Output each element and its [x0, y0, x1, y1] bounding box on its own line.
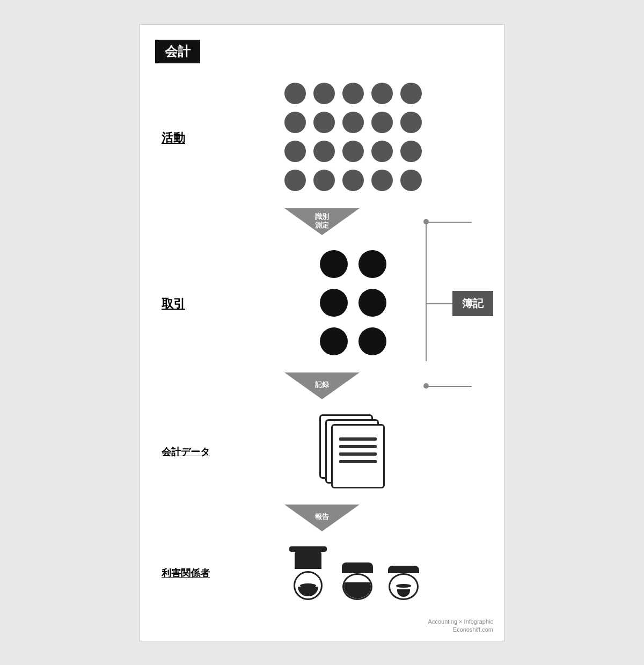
- hat-head: [289, 546, 327, 569]
- dot: [371, 170, 393, 191]
- page-wrapper: 会計 活動: [0, 0, 644, 665]
- dot-small: [358, 289, 386, 317]
- person2-icon: [342, 562, 373, 600]
- person1-icon: [289, 546, 327, 600]
- persons-row: [289, 546, 419, 600]
- arrow1-label: 識別測定: [315, 213, 329, 231]
- dot-small: [320, 289, 348, 317]
- connector-dot2: [423, 383, 429, 389]
- dot: [371, 112, 393, 133]
- dot-small: [320, 250, 348, 278]
- doc-lines: [339, 437, 377, 463]
- documents-icon: [319, 414, 389, 489]
- dot-small: [358, 250, 386, 278]
- bracket-line-top: [426, 222, 472, 223]
- dot: [371, 83, 393, 104]
- stakeholders-content: [226, 546, 482, 600]
- transaction-section-row: 取引 簿記: [140, 250, 504, 357]
- hat-top: [295, 552, 321, 569]
- dot-small: [358, 327, 386, 355]
- mustache3: [396, 584, 411, 588]
- stakeholders-label: 利害関係者: [162, 567, 226, 580]
- dot: [371, 141, 393, 162]
- dot: [342, 141, 364, 162]
- beard1: [298, 587, 318, 596]
- transaction-label: 取引: [162, 296, 226, 312]
- dot: [400, 112, 422, 133]
- arrow3-wrapper: 報告: [140, 505, 504, 531]
- dot: [342, 83, 364, 104]
- dot: [342, 112, 364, 133]
- dot: [284, 141, 306, 162]
- accounting-data-section-row: 会計データ: [140, 414, 504, 489]
- doc-line: [339, 445, 377, 448]
- dot: [313, 141, 335, 162]
- credit-text: Accounting × Infographic Econoshift.com: [428, 618, 493, 634]
- arrow1-wrapper: 識別測定: [140, 208, 504, 235]
- doc-line: [339, 460, 377, 463]
- arrow2-down: 記録: [284, 372, 360, 399]
- arrow3-down: 報告: [284, 505, 360, 531]
- chin-beard3: [397, 589, 410, 597]
- hair3: [388, 566, 419, 573]
- dot: [284, 170, 306, 191]
- face3: [389, 573, 419, 600]
- person2-head: [342, 562, 373, 600]
- dot: [400, 141, 422, 162]
- person3-icon: [388, 566, 419, 600]
- line-to-bookkeeping: [426, 303, 452, 304]
- dot: [313, 112, 335, 133]
- connector-dot1: [423, 219, 429, 224]
- credit-line2: Econoshift.com: [453, 626, 493, 633]
- dot: [400, 170, 422, 191]
- dot: [400, 83, 422, 104]
- activity-content: [226, 83, 482, 193]
- transaction-dot-grid: [320, 250, 389, 357]
- person3-head: [388, 566, 419, 600]
- bookkeeping-side-area: 簿記: [426, 291, 493, 316]
- dot: [313, 170, 335, 191]
- mustache1: [300, 583, 316, 588]
- face2: [342, 573, 372, 600]
- card-header: 会計: [155, 40, 200, 63]
- activity-label: 活動: [162, 130, 226, 146]
- dot: [284, 112, 306, 133]
- credit-line1: Accounting × Infographic: [428, 618, 493, 625]
- doc-line: [339, 437, 377, 441]
- activity-dot-grid: [284, 83, 424, 193]
- infographic-card: 会計 活動: [140, 24, 504, 641]
- hat-brim: [289, 546, 327, 552]
- accounting-data-label: 会計データ: [162, 445, 226, 458]
- document-front: [331, 424, 385, 488]
- sideburns2: [342, 582, 372, 598]
- arrow2-wrapper: 記録: [140, 372, 504, 399]
- bracket-line-bottom: [426, 386, 472, 387]
- arrow3-label: 報告: [315, 513, 329, 522]
- doc-line: [339, 452, 377, 456]
- dot: [342, 170, 364, 191]
- arrow2-label: 記録: [315, 381, 329, 390]
- dot: [313, 83, 335, 104]
- accounting-data-content: [226, 414, 482, 489]
- main-content: 活動: [140, 25, 504, 619]
- activity-section-row: 活動: [140, 83, 504, 193]
- hair-top2: [342, 562, 373, 573]
- arrow1-down: 識別測定: [284, 208, 360, 235]
- dot: [284, 83, 306, 104]
- dot-small: [320, 327, 348, 355]
- bookkeeping-box: 簿記: [452, 291, 493, 316]
- stakeholders-section-row: 利害関係者: [140, 546, 504, 600]
- face1: [294, 571, 323, 600]
